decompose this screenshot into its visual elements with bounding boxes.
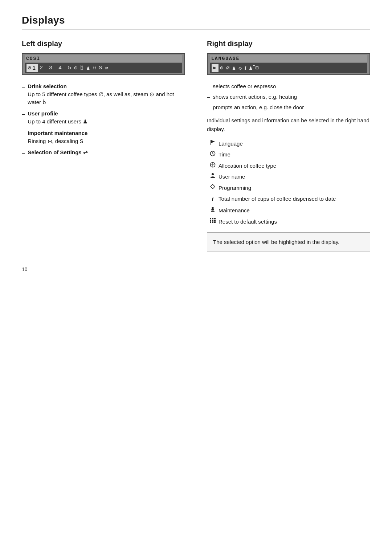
maintenance-icon [207, 207, 219, 212]
flag-icon [207, 140, 219, 146]
svg-rect-13 [210, 218, 211, 219]
info-paragraph: Individual settings and information can … [207, 116, 370, 133]
user-icon [207, 173, 219, 179]
item-text: prompts an action, e.g. close the door [213, 103, 304, 111]
right-display-section: Right display LANGUAGE ⊳ ⊙ ∅ ♟ ◇ i ♟̈ ⊞ … [207, 40, 370, 252]
lcd-icon-descale: S [99, 65, 103, 71]
setting-label: Time [219, 151, 370, 159]
list-item: Programming [207, 184, 370, 192]
time-icon [207, 151, 219, 156]
right-lcd: LANGUAGE ⊳ ⊙ ∅ ♟ ◇ i ♟̈ ⊞ [207, 53, 370, 75]
svg-rect-17 [212, 220, 213, 221]
left-lcd-top: COSI [25, 55, 182, 62]
svg-point-10 [212, 207, 214, 209]
lcd-r-coffee: ∅ [226, 65, 231, 72]
setting-label: Programming [219, 184, 370, 192]
lcd-r-user: ♟ [232, 65, 237, 72]
list-item: – selects coffee or espresso [207, 82, 370, 90]
dash-icon: – [22, 149, 25, 157]
svg-rect-12 [211, 209, 214, 210]
page-number: 10 [22, 266, 370, 272]
lcd-icon-water: ḃ [80, 65, 85, 72]
setting-label: Total number of cups of coffee dispensed… [219, 195, 370, 203]
list-item: Time [207, 151, 370, 159]
programming-icon [207, 184, 219, 189]
svg-rect-15 [214, 218, 216, 219]
item-label: User profile [28, 110, 58, 117]
left-lcd: COSI ∅1 2 3 4 5 ⊙ ḃ ♟ ∺ S ⇌ [22, 53, 185, 75]
item-text: Up to 4 different users ♟ [28, 118, 87, 125]
page-title: Displays [22, 15, 370, 26]
dash-icon: – [207, 93, 210, 101]
list-item: – User profile Up to 4 different users ♟ [22, 110, 185, 126]
svg-rect-20 [212, 221, 213, 223]
item-label: Drink selection [28, 83, 67, 89]
right-bullet-list: – selects coffee or espresso – shows cur… [207, 82, 370, 111]
svg-marker-1 [211, 140, 215, 143]
lcd-r-prog: ◇ [238, 65, 243, 72]
lcd-r-maint: ♟̈ [249, 65, 254, 72]
setting-label: User name [219, 173, 370, 181]
coffee-type-icon [207, 162, 219, 168]
right-display-title: Right display [207, 40, 370, 48]
svg-marker-9 [211, 184, 215, 189]
info-icon: i [207, 195, 219, 204]
list-item: Maintenance [207, 207, 370, 215]
svg-rect-21 [214, 221, 216, 223]
setting-label: Allocation of coffee type [219, 162, 370, 170]
left-display-section: Left display COSI ∅1 2 3 4 5 ⊙ ḃ ♟ ∺ S ⇌… [22, 40, 185, 252]
lcd-icon-settings: ⇌ [105, 65, 110, 72]
list-item: User name [207, 173, 370, 181]
reset-icon [207, 218, 219, 223]
svg-line-4 [213, 154, 214, 154]
dash-icon: – [22, 83, 25, 91]
left-display-title: Left display [22, 40, 185, 48]
item-label: Selection of Settings ⇌ [28, 149, 88, 155]
lcd-icon-steam: ⊙ [74, 65, 79, 72]
setting-label: Reset to default settings [219, 218, 370, 226]
dash-icon: – [22, 110, 25, 118]
item-label: Important maintenance [28, 130, 87, 136]
title-divider [22, 29, 370, 29]
setting-label: Language [219, 140, 370, 148]
dash-icon: – [207, 103, 210, 111]
list-item: – Selection of Settings ⇌ [22, 148, 185, 157]
svg-rect-18 [214, 220, 216, 221]
svg-rect-16 [210, 220, 211, 221]
right-lcd-bottom: ⊳ ⊙ ∅ ♟ ◇ i ♟̈ ⊞ [210, 63, 367, 73]
lcd-r-info: i [245, 65, 248, 71]
note-text: The selected option will be highlighted … [213, 239, 339, 245]
left-lcd-bottom: ∅1 2 3 4 5 ⊙ ḃ ♟ ∺ S ⇌ [25, 63, 182, 73]
lcd-nums: 2 3 4 5 [40, 65, 73, 71]
item-text: shows current actions, e.g. heating [213, 93, 297, 101]
lcd-r-time: ⊙ [220, 65, 225, 72]
right-lcd-top: LANGUAGE [210, 55, 367, 62]
list-item: – Drink selection Up to 5 different coff… [22, 82, 185, 106]
list-item: Language [207, 140, 370, 148]
svg-rect-19 [210, 221, 211, 223]
item-text: selects coffee or espresso [213, 82, 276, 90]
dash-icon: – [207, 82, 210, 90]
item-text: Up to 5 different coffee types ∅, as wel… [28, 91, 174, 105]
list-item: Allocation of coffee type [207, 162, 370, 170]
lcd-icon-user: ♟ [86, 65, 91, 72]
lcd-selected-num: ∅1 [26, 64, 38, 72]
lcd-r-reset: ⊞ [255, 65, 260, 72]
left-bullet-list: – Drink selection Up to 5 different coff… [22, 82, 185, 157]
item-text: Rinsing ∺, descaling S [28, 138, 83, 144]
settings-list: Language Time [207, 140, 370, 226]
svg-point-8 [212, 173, 214, 175]
svg-rect-14 [212, 218, 213, 219]
setting-label: Maintenance [219, 207, 370, 215]
list-item: i Total number of cups of coffee dispens… [207, 195, 370, 204]
lcd-icon-rinsing: ∺ [93, 65, 97, 72]
main-columns: Left display COSI ∅1 2 3 4 5 ⊙ ḃ ♟ ∺ S ⇌… [22, 40, 370, 252]
list-item: – shows current actions, e.g. heating [207, 93, 370, 101]
list-item: – Important maintenance Rinsing ∺, desca… [22, 129, 185, 145]
note-box: The selected option will be highlighted … [207, 232, 370, 252]
list-item: Reset to default settings [207, 218, 370, 226]
svg-rect-0 [211, 140, 211, 145]
dash-icon: – [22, 130, 25, 138]
list-item: – prompts an action, e.g. close the door [207, 103, 370, 111]
lcd-flag-icon: ⊳ [212, 64, 219, 72]
